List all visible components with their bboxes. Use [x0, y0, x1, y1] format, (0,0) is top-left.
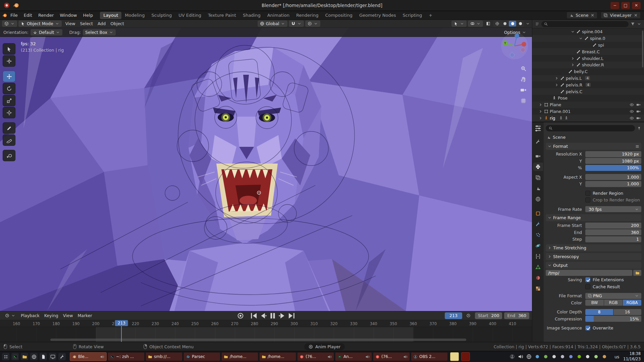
expand-arrow-icon[interactable] — [538, 116, 543, 120]
jump-to-end-button[interactable] — [287, 312, 296, 319]
viewport-canvas[interactable]: Orientation: Default Drag: Select Box Op… — [0, 28, 532, 311]
outliner-item-pelvis-l[interactable]: pelvis.L4 — [532, 75, 644, 82]
tray-volume[interactable] — [518, 354, 523, 359]
tool-add-cube[interactable] — [3, 150, 15, 161]
checkbox-render-region[interactable]: Render Region — [585, 191, 623, 196]
dropdown-frame-rate[interactable]: 30 fps — [585, 206, 641, 212]
filter-funnel-icon[interactable] — [631, 22, 635, 26]
shading-material[interactable] — [509, 21, 516, 26]
checkbox-cache-result[interactable]: Cache Result — [585, 284, 620, 289]
tray-cpu-monitor[interactable] — [602, 354, 607, 359]
workspace-tab-animation[interactable]: Animation — [264, 12, 293, 19]
workspace-tab-layout[interactable]: Layout — [100, 12, 121, 19]
launcher-browser[interactable] — [30, 353, 38, 360]
expand-arrow-icon[interactable] — [571, 56, 575, 61]
workspace-tab-rendering[interactable]: Rendering — [293, 12, 322, 19]
drag-dropdown[interactable]: Select Box — [83, 29, 116, 36]
menu-render[interactable]: Render — [35, 12, 57, 19]
field-step[interactable]: 1 — [585, 236, 641, 242]
field-y[interactable]: 1.000 — [585, 181, 641, 187]
expand-arrow-icon[interactable] — [571, 63, 575, 67]
scene-selector[interactable]: Scene — [567, 12, 597, 19]
taskbar-window-red[interactable] — [461, 352, 470, 361]
tray-mail[interactable] — [585, 354, 590, 359]
chevron-down-icon[interactable] — [637, 22, 641, 26]
properties-tab-constraints[interactable] — [533, 252, 543, 260]
panel-header-stereoscopy[interactable]: Stereoscopy — [546, 253, 641, 260]
launcher-settings[interactable] — [58, 353, 66, 360]
anim-player-indicator[interactable]: Anim Player — [304, 343, 345, 350]
expand-arrow-icon[interactable] — [562, 69, 567, 74]
viewport-menu-object[interactable]: Object — [108, 21, 126, 26]
launcher-app-menu[interactable] — [2, 353, 9, 360]
outliner-item-pelvis-r[interactable]: pelvis.R4 — [532, 81, 644, 88]
taskbar-app-ble-0[interactable]: Ble... — [70, 352, 107, 361]
slider-x[interactable]: 100% — [585, 165, 641, 171]
taskbar-app-home-5[interactable]: /home... — [259, 352, 296, 361]
checkbox-file-extensions[interactable]: File Extensions — [585, 277, 624, 282]
close-button[interactable]: ✕ — [632, 2, 641, 9]
unlink-view-layer-icon[interactable] — [634, 13, 638, 17]
properties-tab-data[interactable] — [533, 263, 543, 271]
panel-header-output[interactable]: Output — [546, 262, 641, 269]
outliner-item-spi[interactable]: spi — [532, 42, 644, 49]
properties-tab-tool[interactable] — [533, 137, 543, 146]
blender-menu-icon[interactable] — [2, 13, 7, 18]
panel-menu-icon[interactable] — [635, 144, 640, 149]
outliner-item-belly-c[interactable]: belly.C — [532, 68, 644, 75]
frame-start-field[interactable]: Start 200 — [475, 312, 502, 319]
outliner-scrollbar[interactable] — [642, 31, 643, 67]
workspace-tab-modeling[interactable]: Modeling — [121, 12, 148, 19]
zoom-icon[interactable] — [520, 65, 527, 72]
tool-rotate[interactable] — [3, 83, 15, 94]
frame-end-field[interactable]: End 360 — [504, 312, 529, 319]
shading-wireframe[interactable] — [493, 21, 501, 26]
taskbar-app-zsh-1[interactable]: ~: zsh ... — [108, 352, 145, 361]
outliner-item-shoulder-r[interactable]: shoulder.R — [532, 62, 644, 68]
timeline-editor-selector[interactable] — [3, 312, 18, 319]
preview-range-button[interactable] — [464, 312, 473, 319]
properties-tab-material[interactable] — [533, 274, 543, 282]
outliner-item-plane[interactable]: Plane — [532, 102, 644, 108]
previous-keyframe-button[interactable] — [259, 312, 268, 319]
tray-network[interactable] — [526, 354, 532, 359]
outliner-item-plane-001[interactable]: Plane.001 — [532, 108, 644, 115]
tray-steam[interactable] — [560, 354, 565, 359]
taskbar-app-an-7[interactable]: An... — [335, 352, 372, 361]
playhead-line[interactable] — [121, 326, 122, 342]
timeline-scrollbar[interactable] — [50, 339, 466, 341]
chevron-down-icon[interactable] — [526, 21, 530, 26]
segment-color-rgba[interactable]: RGBA — [623, 300, 641, 306]
menu-file[interactable]: File — [7, 12, 21, 19]
playhead-badge[interactable]: 213 — [115, 320, 128, 326]
taskbar-app-76-6[interactable]: (76... — [297, 352, 334, 361]
dropdown-file-format[interactable]: PNG — [585, 293, 641, 299]
expand-arrow-icon[interactable] — [571, 50, 575, 54]
taskbar-app-obs-2-9[interactable]: OBS 2... — [411, 352, 448, 361]
taskbar-app-smb-2[interactable]: smb://... — [146, 352, 182, 361]
expand-arrow-icon[interactable] — [554, 83, 559, 87]
field-frame-start[interactable]: 200 — [585, 223, 641, 229]
expand-arrow-icon[interactable] — [571, 29, 575, 34]
timeline-menu-view[interactable]: View — [61, 313, 75, 318]
properties-tab-texture[interactable] — [533, 284, 543, 293]
properties-tab-world[interactable] — [533, 195, 543, 203]
viewport-menu-view[interactable]: View — [63, 21, 78, 26]
shading-solid[interactable] — [501, 21, 508, 26]
expand-arrow-icon[interactable] — [587, 43, 591, 47]
viewport-menu-add[interactable]: Add — [95, 21, 108, 26]
launcher-terminal[interactable] — [11, 353, 19, 360]
workspace-tab-x[interactable]: + — [425, 12, 436, 19]
properties-tab-view-layer[interactable] — [533, 173, 543, 182]
tray-updates[interactable] — [543, 354, 548, 359]
field-aspect-x[interactable]: 1.000 — [585, 174, 641, 180]
properties-search-input[interactable] — [546, 125, 635, 131]
tray-chat[interactable] — [568, 354, 574, 359]
camera-view-icon[interactable] — [520, 87, 527, 93]
workspace-tab-geometry-nodes[interactable]: Geometry Nodes — [356, 12, 399, 19]
expand-arrow-icon[interactable] — [538, 103, 543, 107]
taskbar-app-home-4[interactable]: /home... — [221, 352, 258, 361]
slider-compression[interactable]: 15% — [585, 316, 641, 322]
xray-toggle[interactable] — [484, 20, 492, 27]
snap-settings[interactable] — [289, 20, 304, 27]
